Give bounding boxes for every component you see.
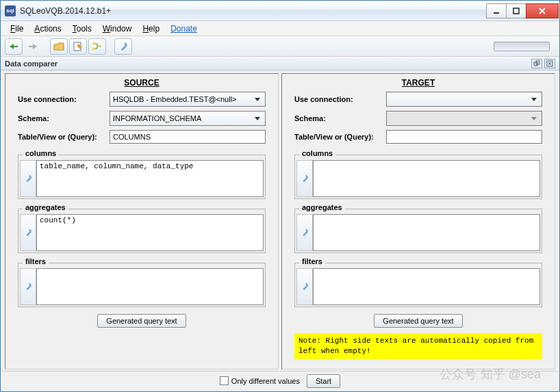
target-connection-label: Use connection: (294, 95, 382, 103)
menu-actions[interactable]: Actions (30, 23, 65, 35)
only-different-label: Only different values (231, 377, 300, 385)
maximize-button[interactable] (506, 3, 526, 18)
menubar: File Actions Tools Window Help Donate (1, 21, 559, 36)
svg-rect-0 (513, 8, 519, 14)
titlebar[interactable]: sql SQLeoVQB.2014.12.b1+ (1, 1, 559, 21)
source-schema-label: Schema: (18, 114, 105, 122)
back-button[interactable] (5, 38, 23, 55)
source-header: SOURCE (18, 77, 266, 92)
source-columns-textarea[interactable] (36, 160, 264, 197)
window-buttons (487, 3, 559, 18)
source-connection-label: Use connection: (18, 95, 105, 103)
window-title: SQLeoVQB.2014.12.b1+ (20, 6, 487, 16)
close-panel-button[interactable] (544, 59, 555, 68)
svg-rect-4 (99, 45, 101, 47)
source-panel: SOURCE Use connection: HSQLDB - Embedded… (5, 73, 279, 369)
footer: Only different values Start (2, 371, 558, 390)
target-filters-textarea[interactable] (313, 268, 540, 305)
source-connection-combo[interactable]: HSQLDB - Embedded.TEST@<null> (110, 92, 266, 107)
source-columns-fieldset: columns (18, 151, 266, 199)
edit-button[interactable] (69, 38, 87, 55)
source-tableview-label: Table/View or (Query): (18, 133, 105, 141)
target-aggregates-fieldset: aggregates (294, 205, 542, 253)
app-icon: sql (5, 5, 16, 16)
source-filters-legend: filters (23, 257, 49, 265)
target-header: TARGET (294, 77, 542, 92)
start-button[interactable]: Start (307, 374, 340, 388)
target-filters-fieldset: filters (294, 259, 542, 307)
target-filters-legend: filters (299, 257, 325, 265)
target-panel: TARGET Use connection: Schema: (281, 73, 555, 369)
source-columns-wrench[interactable] (20, 160, 36, 197)
menu-tools[interactable]: Tools (68, 23, 96, 35)
source-filters-textarea[interactable] (36, 268, 264, 305)
target-schema-label: Schema: (294, 114, 382, 122)
menu-donate[interactable]: Donate (166, 23, 201, 35)
target-columns-fieldset: columns (294, 151, 542, 199)
target-columns-textarea[interactable] (313, 160, 540, 197)
target-filters-wrench[interactable] (296, 268, 313, 305)
app-window: sql SQLeoVQB.2014.12.b1+ File Actions To… (0, 0, 560, 392)
target-columns-wrench[interactable] (296, 160, 313, 197)
source-filters-wrench[interactable] (20, 268, 36, 305)
source-aggregates-fieldset: aggregates (18, 205, 266, 253)
chevron-down-icon (529, 94, 539, 104)
progress-bar (494, 42, 550, 51)
source-aggregates-legend: aggregates (23, 203, 68, 211)
panel-title: Data comparer (5, 60, 58, 68)
target-aggregates-wrench[interactable] (296, 214, 313, 251)
svg-rect-2 (92, 42, 95, 44)
target-note: Note: Right side texts are automatically… (294, 333, 542, 359)
target-aggregates-legend: aggregates (299, 203, 345, 211)
checkbox-icon (220, 376, 229, 385)
toolbar (1, 36, 559, 57)
source-schema-value: INFORMATION_SCHEMA (113, 114, 201, 122)
panel-header: Data comparer (1, 57, 559, 70)
target-generated-query-button[interactable]: Generated query text (374, 314, 462, 328)
only-different-checkbox[interactable]: Only different values (220, 376, 300, 385)
detach-button[interactable] (531, 59, 542, 68)
source-connection-value: HSQLDB - Embedded.TEST@<null> (113, 95, 237, 103)
target-tableview-input[interactable] (386, 130, 542, 144)
source-aggregates-wrench[interactable] (20, 214, 36, 251)
content-area: SOURCE Use connection: HSQLDB - Embedded… (1, 70, 559, 391)
source-generated-query-button[interactable]: Generated query text (97, 314, 186, 328)
chevron-down-icon (529, 114, 539, 123)
svg-rect-3 (92, 48, 95, 50)
source-tableview-input[interactable] (110, 130, 266, 144)
target-tableview-label: Table/View or (Query): (294, 133, 382, 141)
chevron-down-icon (252, 94, 263, 104)
schema-button[interactable] (88, 38, 106, 55)
close-button[interactable] (526, 3, 559, 18)
source-filters-fieldset: filters (18, 259, 266, 307)
target-aggregates-textarea[interactable] (313, 214, 540, 251)
source-aggregates-textarea[interactable] (36, 214, 264, 251)
menu-window[interactable]: Window (99, 23, 136, 35)
source-schema-combo[interactable]: INFORMATION_SCHEMA (110, 111, 266, 126)
folder-button[interactable] (50, 38, 68, 55)
source-columns-legend: columns (23, 149, 59, 157)
wrench-button[interactable] (114, 38, 132, 55)
minimize-button[interactable] (486, 3, 507, 18)
menu-file[interactable]: File (6, 23, 27, 35)
chevron-down-icon (252, 114, 263, 123)
target-connection-combo[interactable] (386, 92, 542, 107)
target-columns-legend: columns (299, 149, 335, 157)
target-schema-combo[interactable] (386, 111, 542, 126)
menu-help[interactable]: Help (138, 23, 164, 35)
forward-button[interactable] (24, 38, 42, 55)
